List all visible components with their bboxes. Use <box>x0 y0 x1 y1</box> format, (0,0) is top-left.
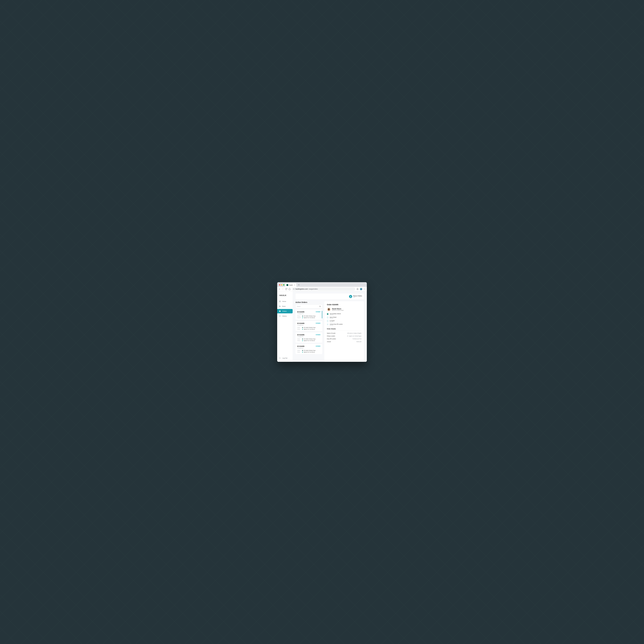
browser-tab[interactable]: Haulk × <box>285 283 296 287</box>
status-badge: In Transit <box>315 345 321 347</box>
profile-avatar-icon[interactable] <box>360 288 362 290</box>
logout-label: Log Out <box>282 357 287 359</box>
maximize-window-icon[interactable] <box>283 284 284 286</box>
route-row-label: Pick-up <box>297 316 301 316</box>
order-route: 23 Apr 831 Heather Parkway, Enugu. 25 Ap… <box>297 327 320 330</box>
window-controls <box>278 284 285 287</box>
sidebar-item-label: Home <box>282 301 286 302</box>
user-role: User <box>353 297 362 298</box>
timeline-step: In Transit 25/12/22 <box>327 320 361 322</box>
browser-tab-strip: Haulk × + <box>277 282 367 287</box>
order-card[interactable]: In Transit ID 816495 Consignment Pick-up… <box>295 310 322 320</box>
browser-address-bar: haulklogistics.com/cargo/orders <box>277 287 367 291</box>
timeline-step-date: 25/12/22 <box>330 325 343 326</box>
route-row-label: 23 Apr <box>297 350 301 351</box>
url-field[interactable]: haulklogistics.com/cargo/orders <box>292 287 355 291</box>
sidebar-item-book[interactable]: Book <box>277 304 293 308</box>
timeline-step-title: Items Picked <box>330 317 336 318</box>
order-list: In Transit ID 816495 Consignment Pick-up… <box>295 310 322 354</box>
lock-icon <box>293 288 295 290</box>
history-icon <box>279 315 281 317</box>
tab-close-button[interactable]: × <box>294 284 295 286</box>
url-path: /cargo/orders <box>309 288 318 290</box>
order-card[interactable]: In Transit ID 816495 Consignment 23 Apr … <box>295 332 322 343</box>
detail-row: Nature of Goods 200 pieces of glass (fra… <box>327 332 361 335</box>
route-address: Nigerian Port, Port-Harcourt <box>304 340 315 341</box>
svg-rect-6 <box>280 301 281 301</box>
browser-menu-button[interactable] <box>363 288 366 290</box>
svg-line-15 <box>320 307 321 307</box>
logout-icon <box>279 357 281 359</box>
timeline-step: Arrives Drop Off Location 25/12/22 <box>327 324 361 326</box>
sidebar-item-history[interactable]: History <box>277 314 293 318</box>
order-detail-panel: Order 816495 👨🏾 David Okoro Mobile No: 0… <box>324 301 364 362</box>
sidebar-item-label: Book <box>282 306 286 307</box>
svg-point-4 <box>364 289 365 290</box>
route-address: 831 Heather Parkway, Enugu. <box>304 338 316 339</box>
order-card[interactable]: In Transit ID 816495 Consignment 23 Apr … <box>295 344 322 354</box>
route-row-label: 25 Apr <box>297 329 301 330</box>
timeline-step-date: 25/12/22 <box>330 314 341 315</box>
detail-key: Drop Off Location <box>327 338 336 340</box>
app-root: HAULK Home Book <box>277 291 367 362</box>
timeline-step: Successfully Ordered 25/12/22 <box>327 313 361 315</box>
user-avatar-icon <box>349 295 352 298</box>
route-row-label: 23 Apr <box>297 327 301 328</box>
status-badge: In Transit <box>315 334 321 335</box>
close-window-icon[interactable] <box>279 284 280 286</box>
order-type: Consignment <box>297 313 320 314</box>
tab-title: Haulk <box>289 284 293 286</box>
detail-val: 27, Jigamo str Oshodi lagos <box>347 335 361 337</box>
svg-rect-0 <box>293 289 294 290</box>
status-badge: In Transit <box>315 311 321 312</box>
browser-window: Haulk × + haulklogistics.com/cargo/order… <box>277 282 367 362</box>
svg-marker-1 <box>357 288 358 290</box>
orders-column: Active Orders In Transit ID 816495 Consi… <box>295 301 322 362</box>
timeline-step-date: 25/12/22 <box>330 318 336 319</box>
sidebar: HAULK Home Book <box>277 291 293 362</box>
home-button[interactable] <box>289 288 291 290</box>
sidebar-item-orders[interactable]: Orders <box>277 309 293 313</box>
detail-title: Order 816495 <box>327 304 361 306</box>
driver-info: 👨🏾 David Okoro Mobile No: 08149173943 <box>327 307 361 311</box>
timeline-step-title: Arrives Drop Off Location <box>330 324 343 325</box>
detail-row: Amount N200,000 <box>327 340 361 343</box>
timeline-dot-icon <box>327 324 328 325</box>
detail-key: Pickup Location <box>327 335 335 337</box>
bookmark-button[interactable] <box>357 288 359 290</box>
order-details-heading: Order Details <box>327 328 361 331</box>
grid-icon <box>279 300 281 302</box>
route-address: Nigerian Port, Port-Harcourt <box>304 317 315 318</box>
sidebar-item-label: History <box>282 315 287 317</box>
detail-val: 200 pieces of glass (fragile) <box>347 333 361 334</box>
url-host: haulklogistics.com <box>295 288 308 290</box>
nav-back-button[interactable] <box>278 288 281 290</box>
logout-button[interactable]: Log Out <box>277 356 293 360</box>
status-badge: In Transit <box>315 323 321 324</box>
order-route: 23 Apr 831 Heather Parkway, Enugu. 25 Ap… <box>297 338 320 341</box>
nav-forward-button[interactable] <box>282 288 284 290</box>
tab-favicon-icon <box>286 284 288 286</box>
svg-point-3 <box>364 289 365 289</box>
search-box[interactable] <box>295 305 322 308</box>
detail-key: Amount <box>327 341 331 342</box>
detail-row: Pickup Location 27, Jigamo str Oshodi la… <box>327 335 361 337</box>
truck-icon <box>279 305 281 307</box>
order-card[interactable]: In Transit ID 816495 Consignment 23 Apr … <box>295 321 322 331</box>
new-tab-button[interactable]: + <box>297 283 300 286</box>
route-row-label: Drop-off <box>297 317 301 318</box>
timeline-step: Items Picked 25/12/22 <box>327 317 361 319</box>
reload-button[interactable] <box>285 288 287 290</box>
route-dot-icon <box>302 329 303 330</box>
search-input[interactable] <box>297 306 319 307</box>
route-dot-icon <box>302 339 303 339</box>
route-row-label: 25 Apr <box>297 352 301 353</box>
current-user[interactable]: Nweze Chidera User <box>349 295 362 298</box>
sidebar-item-home[interactable]: Home <box>277 299 293 304</box>
minimize-window-icon[interactable] <box>281 284 282 286</box>
svg-point-13 <box>350 296 351 296</box>
svg-rect-5 <box>279 301 280 301</box>
detail-row: Drop Off Location Portharcourt Port <box>327 337 361 340</box>
detail-key: Nature of Goods <box>327 333 335 334</box>
route-row-label: 23 Apr <box>297 338 301 339</box>
